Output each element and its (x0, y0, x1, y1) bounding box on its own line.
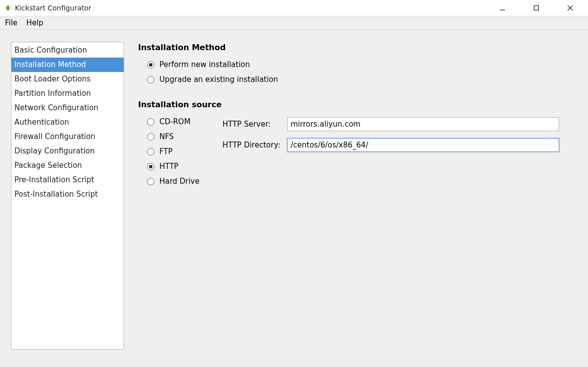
app-icon (4, 4, 12, 12)
window-title: Kickstart Configurator (15, 4, 91, 12)
radio-icon (147, 76, 154, 83)
radio-label: NFS (159, 132, 174, 141)
installation-source-options: CD-ROM NFS FTP HTTP Hard Drive (138, 114, 208, 189)
sidebar-item-firewall-configuration[interactable]: Firewall Configuration (11, 130, 124, 144)
workspace: Basic Configuration Installation Method … (0, 30, 588, 367)
radio-hard-drive[interactable]: Hard Drive (138, 174, 208, 189)
sidebar-item-package-selection[interactable]: Package Selection (11, 158, 124, 173)
installation-method-heading: Installation Method (138, 43, 578, 52)
menubar: File Help (0, 16, 588, 30)
sidebar-item-authentication[interactable]: Authentication (11, 115, 124, 130)
radio-upgrade-existing-installation[interactable]: Upgrade an existing installation (138, 72, 578, 87)
sidebar-item-pre-installation-script[interactable]: Pre-Installation Script (11, 173, 124, 187)
radio-icon (147, 178, 154, 185)
http-directory-input[interactable] (287, 138, 559, 152)
radio-http[interactable]: HTTP (138, 159, 208, 174)
http-server-label: HTTP Server: (222, 120, 280, 129)
svg-rect-2 (534, 6, 539, 10)
radio-label: HTTP (159, 162, 178, 171)
radio-icon (147, 133, 154, 141)
radio-label: Upgrade an existing installation (159, 75, 278, 84)
sidebar-item-basic-configuration[interactable]: Basic Configuration (11, 43, 124, 58)
radio-label: Perform new installation (159, 60, 250, 69)
radio-perform-new-installation[interactable]: Perform new installation (138, 57, 578, 72)
http-server-input[interactable] (287, 117, 559, 131)
radio-icon (147, 148, 154, 155)
radio-nfs[interactable]: NFS (138, 129, 208, 144)
close-button[interactable] (560, 1, 580, 15)
http-form: HTTP Server: HTTP Directory: (222, 117, 570, 152)
titlebar: Kickstart Configurator (0, 0, 588, 16)
sidebar-item-partition-information[interactable]: Partition Information (11, 86, 124, 101)
window-controls (493, 1, 584, 15)
minimize-button[interactable] (493, 1, 513, 15)
http-directory-label: HTTP Directory: (222, 141, 280, 149)
sidebar: Basic Configuration Installation Method … (11, 42, 124, 350)
radio-cdrom[interactable]: CD-ROM (138, 114, 208, 129)
menu-help[interactable]: Help (26, 18, 43, 27)
sidebar-item-post-installation-script[interactable]: Post-Installation Script (11, 187, 124, 202)
radio-label: CD-ROM (159, 117, 191, 126)
radio-icon (147, 118, 154, 126)
sidebar-item-boot-loader-options[interactable]: Boot Loader Options (11, 72, 124, 86)
main-panel: Installation Method Perform new installa… (138, 42, 578, 357)
menu-file[interactable]: File (5, 18, 17, 27)
radio-icon (147, 163, 154, 170)
sidebar-item-network-configuration[interactable]: Network Configuration (11, 101, 124, 115)
sidebar-item-installation-method[interactable]: Installation Method (11, 58, 124, 72)
installation-source-heading: Installation source (138, 100, 578, 109)
radio-label: Hard Drive (159, 177, 200, 186)
radio-icon (147, 61, 154, 69)
radio-label: FTP (159, 147, 173, 156)
maximize-button[interactable] (526, 1, 546, 15)
sidebar-item-display-configuration[interactable]: Display Configuration (11, 144, 124, 158)
radio-ftp[interactable]: FTP (138, 144, 208, 159)
